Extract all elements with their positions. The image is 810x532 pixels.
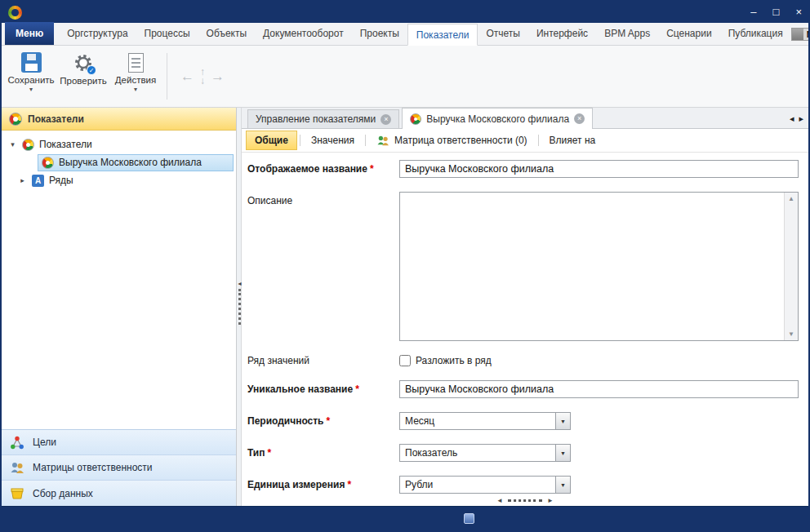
doc-tab-label: Управление показателями xyxy=(256,113,376,125)
tab-document-flow[interactable]: Документооборот xyxy=(255,23,352,45)
type-value: Показатель xyxy=(400,447,555,459)
sidebar-group-buttons: Цели Матрицы ответственности xyxy=(2,429,236,506)
actions-button-label: Действия xyxy=(115,75,156,85)
actions-button[interactable]: Действия ▾ xyxy=(109,48,162,104)
tab-scenarios[interactable]: Сценарии xyxy=(658,23,719,45)
workspace: Показатели ▾ Показатели Выручка Московск… xyxy=(2,108,808,506)
tab-scroll-controls: ◂ ▸ xyxy=(785,113,808,128)
tab-reports[interactable]: Отчеты xyxy=(478,23,527,45)
type-select[interactable]: Показатель ▼ xyxy=(399,444,571,462)
sidebar-item-data-collection[interactable]: Сбор данных xyxy=(2,481,236,506)
tree-item-series[interactable]: ▸ А Ряды xyxy=(2,171,236,189)
sidebar-group-header-indicators[interactable]: Показатели xyxy=(2,108,236,131)
tab-separator xyxy=(300,135,300,146)
maximize-button[interactable]: □ xyxy=(773,2,780,23)
unit-select[interactable]: Рубли ▼ xyxy=(399,476,571,494)
decompose-checkbox-label[interactable]: Разложить в ряд xyxy=(416,355,492,366)
check-button-label: Проверить xyxy=(60,76,107,86)
indicators-tree: ▾ Показатели Выручка Московского филиала… xyxy=(2,131,236,189)
dropdown-arrow-icon[interactable]: ▼ xyxy=(555,413,570,429)
statusbar-window-icon xyxy=(464,513,474,524)
unique-name-input[interactable] xyxy=(399,380,799,398)
scroll-down-button[interactable]: ▼ xyxy=(788,330,794,338)
max-toggle-label: MAX xyxy=(803,29,810,39)
form-tab-label: Значения xyxy=(311,135,354,146)
tree-item-label: Ряды xyxy=(49,175,73,186)
tab-publication[interactable]: Публикация xyxy=(720,23,791,45)
check-badge-icon: ✓ xyxy=(87,65,96,75)
close-button[interactable]: × xyxy=(795,2,802,23)
save-button-label: Сохранить xyxy=(7,75,54,85)
splitter-dots xyxy=(508,499,542,502)
caret-down-icon: ▾ xyxy=(134,87,137,91)
decompose-checkbox[interactable] xyxy=(399,355,411,366)
indicator-icon xyxy=(410,113,421,125)
form-tab-responsibility-matrix[interactable]: Матрица ответственности (0) xyxy=(368,131,536,149)
unique-name-label: Уникальное название* xyxy=(247,383,399,395)
gear-check-icon: ✓ xyxy=(73,52,94,73)
display-name-input[interactable] xyxy=(399,160,799,178)
unit-value: Рубли xyxy=(400,479,555,490)
doc-tab-indicator-management[interactable]: Управление показателями × xyxy=(247,109,399,128)
textarea-scrollbar[interactable]: ▲ ▼ xyxy=(784,193,798,340)
nav-down-button[interactable]: ↓ xyxy=(200,77,205,86)
dropdown-arrow-icon[interactable]: ▼ xyxy=(555,477,570,493)
app-logo-icon[interactable] xyxy=(8,6,22,20)
tree-item-moscow-branch-revenue[interactable]: Выручка Московского филиала xyxy=(2,153,236,171)
nav-forward-button[interactable]: → xyxy=(211,69,225,85)
close-tab-icon[interactable]: × xyxy=(381,114,391,125)
splitter-dots xyxy=(238,289,241,325)
tab-interface[interactable]: Интерфейс xyxy=(528,23,596,45)
description-textarea[interactable] xyxy=(400,193,784,340)
form-tab-bar: Общие Значения Матрица ответственности (… xyxy=(242,129,808,153)
people-icon xyxy=(376,135,389,146)
sidebar-item-label: Сбор данных xyxy=(33,488,93,499)
floppy-save-icon xyxy=(21,52,42,73)
form-tab-values[interactable]: Значения xyxy=(303,131,363,149)
form-tab-label: Влияет на xyxy=(550,135,596,146)
tab-bpm-apps[interactable]: BPM Apps xyxy=(596,23,658,45)
doc-tab-label: Выручка Московского филиала xyxy=(426,113,569,125)
description-label: Описание xyxy=(247,192,399,206)
doc-tab-moscow-branch-revenue[interactable]: Выручка Московского филиала × xyxy=(402,108,593,129)
tab-indicators[interactable]: Показатели xyxy=(407,24,478,46)
tab-processes[interactable]: Процессы xyxy=(136,23,198,45)
tab-objects[interactable]: Объекты xyxy=(198,23,256,45)
sidebar-item-label: Матрицы ответственности xyxy=(33,462,153,473)
save-button[interactable]: Сохранить ▾ xyxy=(5,48,57,104)
nav-back-button[interactable]: ← xyxy=(180,69,194,85)
expander-icon[interactable]: ▸ xyxy=(18,176,27,184)
sidebar: Показатели ▾ Показатели Выручка Московск… xyxy=(2,108,236,506)
scroll-up-button[interactable]: ▲ xyxy=(788,195,794,202)
periodicity-select[interactable]: Месяц ▼ xyxy=(399,412,571,430)
form-tab-influences[interactable]: Влияет на xyxy=(541,131,604,149)
menu-button[interactable]: Меню xyxy=(5,22,54,45)
expander-icon[interactable]: ▾ xyxy=(8,140,17,149)
titlebar: – □ × xyxy=(2,2,808,23)
tab-scroll-right-button[interactable]: ▸ xyxy=(799,113,803,124)
tab-scroll-left-button[interactable]: ◂ xyxy=(790,113,794,124)
bucket-icon xyxy=(10,487,24,500)
form-tab-general[interactable]: Общие xyxy=(246,131,297,150)
minimize-button[interactable]: – xyxy=(750,2,756,23)
tree-selection: Выручка Московского филиала xyxy=(38,154,234,171)
vertical-splitter[interactable]: ◄ xyxy=(236,108,242,506)
dropdown-arrow-icon[interactable]: ▼ xyxy=(555,445,570,461)
max-toggle[interactable]: MAX xyxy=(791,28,810,41)
sidebar-item-goals[interactable]: Цели xyxy=(2,430,236,455)
sidebar-item-responsibility-matrices[interactable]: Матрицы ответственности xyxy=(2,455,236,481)
collapse-right-icon: ► xyxy=(547,497,554,504)
people-icon xyxy=(10,461,24,474)
tree-item-label: Показатели xyxy=(39,139,92,150)
tab-orgstructure[interactable]: Оргструктура xyxy=(59,23,136,45)
horizontal-splitter-handle[interactable]: ◄ ► xyxy=(496,497,554,504)
tree-item-indicators-root[interactable]: ▾ Показатели xyxy=(2,135,236,153)
required-mark: * xyxy=(268,447,272,459)
check-button[interactable]: ✓ Проверить xyxy=(57,48,109,104)
series-icon: А xyxy=(32,175,44,187)
close-tab-icon[interactable]: × xyxy=(574,113,585,124)
status-bar xyxy=(2,506,808,530)
sidebar-item-label: Цели xyxy=(33,437,56,448)
tab-projects[interactable]: Проекты xyxy=(352,23,407,45)
type-label: Тип* xyxy=(247,447,399,459)
